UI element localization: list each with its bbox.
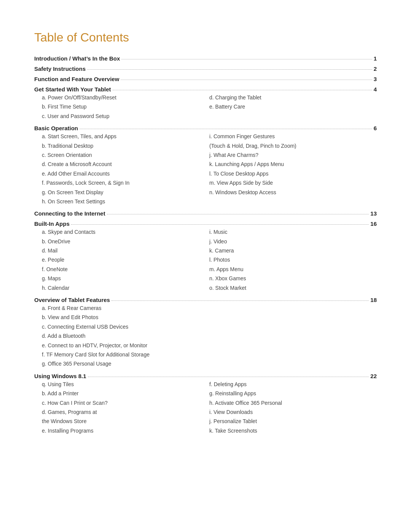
toc-sub-item: k. Launching Apps / Apps Menu [209,160,377,168]
toc-title: Table of Contents [34,30,377,45]
toc-col-right-getstarted: d. Charging the Tablete. Battery Care [209,93,377,120]
toc-sublist-getstarted: a. Power On/Off/Standby/Resetb. First Ti… [34,93,377,120]
toc-sub-item: b. View and Edit Photos [42,313,377,321]
toc-sub-item: f. Deleting Apps [209,380,377,388]
toc-sub-item: q. Using Tiles [42,380,209,388]
toc-col-right-builtinapps: i. Musicj. Videok. Cameral. Photosm. App… [209,228,377,292]
toc-page-basic: 6 [374,125,377,131]
toc-dots-safety [87,69,372,70]
toc-col-left-getstarted: a. Power On/Off/Standby/Resetb. First Ti… [42,93,209,120]
toc-sublist-builtinapps: a. Skype and Contactsb. OneDrived. Maile… [34,228,377,292]
toc-sub-item: c. How Can I Print or Scan? [42,399,209,407]
toc-main-label-windows: Using Windows 8.1 [34,373,86,379]
toc-sub-item: k. Camera [209,246,377,255]
toc-main-entry-basic: Basic Operation6 [34,125,377,131]
toc-sub-item: a. Power On/Off/Standby/Reset [42,93,209,102]
toc-col-left-builtinapps: a. Skype and Contactsb. OneDrived. Maile… [42,228,209,292]
toc-sub-item: o. Stock Market [209,284,377,292]
toc-sub-item: b. Traditional Desktop [42,142,209,150]
toc-sub-item: l. Photos [209,256,377,264]
toc-dots-windows [88,377,369,377]
toc-sub-item: f. OneNote [42,265,209,273]
toc-col-single-overview: a. Front & Rear Camerasb. View and Edit … [42,304,377,368]
toc-sub-item: j. What Are Charms? [209,151,377,159]
toc-sub-item: h. On Screen Text Settings [42,197,209,206]
toc-section-function: Function and Feature Overview3 [34,76,377,85]
toc-sublist-overview: a. Front & Rear Camerasb. View and Edit … [34,304,377,368]
toc-main-label-builtinapps: Built-In Apps [34,220,70,227]
toc-sub-item: c. Connecting External USB Devices [42,323,377,331]
toc-sublist-windows: q. Using Tilesb. Add a Printerc. How Can… [34,380,377,435]
toc-sub-item: e. People [42,256,209,264]
toc-sub-item: a. Start Screen, Tiles, and Apps [42,132,209,141]
toc-page-safety: 2 [374,66,377,72]
toc-main-label-getstarted: Get Started With Your Tablet [34,86,111,93]
toc-container: Introduction / What’s In the Box1Safety … [34,55,377,439]
toc-section-intro: Introduction / What’s In the Box1 [34,55,377,65]
toc-sub-item: c. Screen Orientation [42,151,209,159]
toc-col-left-windows: q. Using Tilesb. Add a Printerc. How Can… [42,380,209,435]
toc-sub-item: g. On Screen Text Display [42,188,209,197]
toc-dots-basic [80,129,372,129]
toc-main-label-internet: Connecting to the Internet [34,210,105,217]
toc-main-label-overview: Overview of Tablet Features [34,297,110,303]
toc-sub-item: m. View Apps Side by Side [209,179,377,187]
toc-section-overview: Overview of Tablet Features18a. Front & … [34,297,377,372]
toc-main-label-function: Function and Feature Overview [34,76,119,82]
toc-page-overview: 18 [370,297,377,303]
toc-dots-getstarted [113,90,372,90]
toc-sub-item: e. Connect to an HDTV, Projector, or Mon… [42,341,377,350]
toc-dots-internet [107,214,369,214]
toc-sub-item: d. Mail [42,246,209,255]
toc-dots-builtinapps [71,224,369,225]
toc-sub-item: g. Maps [42,274,209,283]
toc-sub-item: n. Xbox Games [209,274,377,283]
toc-sub-item: i. Common Finger Gestures [209,132,377,141]
toc-sub-item: d. Create a Microsoft Account [42,160,209,168]
toc-main-label-basic: Basic Operation [34,125,78,131]
toc-sub-item: f. TF Memory Card Slot for Additional St… [42,350,377,359]
toc-main-entry-internet: Connecting to the Internet13 [34,210,377,217]
toc-sub-item: n. Windows Desktop Access [209,188,377,197]
toc-sub-item: h. Calendar [42,284,209,292]
toc-sub-item: i. View Downloads [209,408,377,416]
toc-page-intro: 1 [374,55,377,62]
toc-sub-item: j. Video [209,237,377,246]
toc-sub-item: e. Battery Care [209,102,377,111]
toc-col-right-windows: f. Deleting Appsg. Reinstalling Appsh. A… [209,380,377,435]
toc-main-entry-getstarted: Get Started With Your Tablet4 [34,86,377,93]
toc-page-internet: 13 [370,210,377,217]
toc-sub-item: e. Add Other Email Accounts [42,169,209,178]
toc-section-getstarted: Get Started With Your Tablet4a. Power On… [34,86,377,124]
toc-sub-item: a. Front & Rear Cameras [42,304,377,312]
toc-dots-intro [121,59,372,59]
toc-sub-item: c. User and Password Setup [42,112,209,120]
toc-main-entry-intro: Introduction / What’s In the Box1 [34,55,377,62]
toc-sub-item: e. Installing Programs [42,427,209,435]
toc-sub-item: (Touch & Hold, Drag, Pinch to Zoom) [209,142,377,150]
toc-sub-item: b. Add a Printer [42,389,209,398]
toc-sub-item: b. First Time Setup [42,102,209,111]
toc-main-entry-function: Function and Feature Overview3 [34,76,377,82]
toc-sublist-basic: a. Start Screen, Tiles, and Appsb. Tradi… [34,132,377,206]
toc-section-builtinapps: Built-In Apps16a. Skype and Contactsb. O… [34,220,377,296]
toc-section-windows: Using Windows 8.122q. Using Tilesb. Add … [34,373,377,439]
toc-sub-item: d. Charging the Tablet [209,93,377,102]
toc-sub-item: d. Games, Programs at [42,408,209,416]
toc-main-label-intro: Introduction / What’s In the Box [34,55,120,62]
toc-sub-item: g. Office 365 Personal Usage [42,359,377,368]
toc-col-left-basic: a. Start Screen, Tiles, and Appsb. Tradi… [42,132,209,206]
toc-main-entry-builtinapps: Built-In Apps16 [34,220,377,227]
toc-page-function: 3 [374,76,377,82]
toc-sub-item: k. Take Screenshots [209,427,377,435]
toc-sub-item: a. Skype and Contacts [42,228,209,236]
toc-section-internet: Connecting to the Internet13 [34,210,377,220]
toc-sub-item: f. Passwords, Lock Screen, & Sign In [42,179,209,187]
toc-section-safety: Safety Instructions2 [34,66,377,75]
toc-main-entry-safety: Safety Instructions2 [34,66,377,72]
toc-dots-overview [112,300,369,301]
toc-page-getstarted: 4 [374,86,377,93]
toc-sub-item: j. Personalize Tablet [209,417,377,425]
toc-section-basic: Basic Operation6a. Start Screen, Tiles, … [34,125,377,209]
toc-sub-item: h. Activate Office 365 Personal [209,399,377,407]
